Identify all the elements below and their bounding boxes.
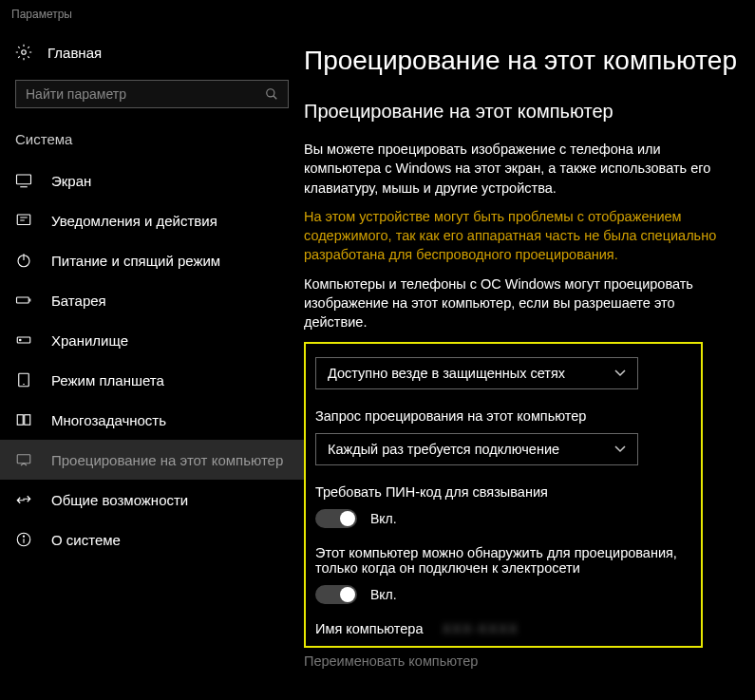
svg-line-2	[274, 96, 277, 100]
search-field[interactable]	[26, 86, 265, 102]
battery-icon	[15, 292, 34, 309]
sidebar-item-display[interactable]: Экран	[0, 161, 304, 200]
toggle-state-label: Вкл.	[370, 511, 397, 526]
svg-rect-8	[17, 297, 29, 303]
monitor-icon	[15, 172, 34, 189]
sidebar-item-storage[interactable]: Хранилище	[0, 320, 304, 360]
notifications-icon	[15, 212, 34, 229]
require-pin-toggle[interactable]	[315, 509, 357, 528]
sidebar-item-label: Экран	[51, 173, 91, 189]
tablet-icon	[15, 371, 34, 388]
projecting-icon	[15, 451, 34, 468]
window-title: Параметры	[0, 0, 755, 25]
sidebar-item-power[interactable]: Питание и спящий режим	[0, 240, 304, 280]
shared-icon	[15, 491, 34, 508]
svg-point-0	[22, 50, 27, 55]
svg-point-19	[23, 536, 24, 537]
chevron-down-icon	[614, 369, 626, 377]
settings-highlight-box: Доступно везде в защищенных сетях Запрос…	[304, 342, 703, 648]
discoverable-label: Этот компьютер можно обнаружить для прое…	[315, 545, 691, 576]
svg-rect-3	[17, 175, 31, 184]
require-pin-label: Требовать ПИН-код для связывания	[315, 484, 691, 500]
dropdown-value: Каждый раз требуется подключение	[328, 442, 559, 457]
sidebar-item-label: Хранилище	[51, 332, 128, 349]
search-icon	[265, 87, 278, 101]
warning-text: На этом устройстве могут быть проблемы с…	[304, 207, 727, 265]
multitasking-icon	[15, 411, 34, 428]
storage-icon	[15, 331, 34, 349]
pc-name-label: Имя компьютера	[315, 621, 423, 636]
svg-point-11	[20, 339, 22, 341]
page-title: Проецирование на этот компьютер	[304, 46, 746, 76]
projection-request-label: Запрос проецирования на этот компьютер	[315, 408, 691, 424]
sidebar-item-about[interactable]: О системе	[0, 520, 304, 559]
svg-point-1	[267, 89, 274, 97]
sidebar-item-label: О системе	[51, 532, 121, 548]
description-text-2: Компьютеры и телефоны с ОС Windows могут…	[304, 274, 727, 332]
sidebar-item-multitasking[interactable]: Многозадачность	[0, 400, 304, 440]
home-label: Главная	[47, 45, 102, 61]
toggle-state-label: Вкл.	[370, 587, 397, 602]
search-input[interactable]	[15, 80, 289, 108]
sidebar-item-tablet[interactable]: Режим планшета	[0, 360, 304, 400]
svg-rect-15	[25, 415, 30, 426]
page-subtitle: Проецирование на этот компьютер	[304, 101, 746, 123]
sidebar-item-label: Батарея	[51, 293, 106, 309]
gear-icon	[15, 44, 32, 61]
power-icon	[15, 252, 34, 269]
sidebar-item-label: Режим планшета	[51, 372, 164, 388]
sidebar-item-label: Многозадачность	[51, 412, 166, 428]
toggle-knob	[340, 587, 355, 602]
chevron-down-icon	[614, 445, 626, 453]
sidebar: Главная Система Экран Уведомления и дейс…	[0, 25, 304, 700]
svg-rect-16	[17, 455, 30, 464]
section-header: Система	[0, 127, 304, 161]
main-content: Проецирование на этот компьютер Проециро…	[304, 25, 755, 700]
sidebar-item-notifications[interactable]: Уведомления и действия	[0, 200, 304, 240]
sidebar-item-shared[interactable]: Общие возможности	[0, 480, 304, 520]
toggle-knob	[340, 511, 355, 526]
home-button[interactable]: Главная	[0, 36, 304, 68]
dropdown-value: Доступно везде в защищенных сетях	[328, 366, 565, 381]
availability-dropdown[interactable]: Доступно везде в защищенных сетях	[315, 357, 638, 389]
info-icon	[15, 531, 34, 548]
sidebar-item-battery[interactable]: Батарея	[0, 280, 304, 320]
projection-request-dropdown[interactable]: Каждый раз требуется подключение	[315, 433, 638, 465]
svg-rect-14	[17, 415, 23, 426]
svg-rect-5	[17, 215, 30, 225]
description-text: Вы можете проецировать изображение с тел…	[304, 140, 727, 198]
sidebar-item-label: Уведомления и действия	[51, 213, 217, 229]
sidebar-item-label: Проецирование на этот компьютер	[51, 452, 283, 468]
discoverable-toggle[interactable]	[315, 585, 357, 604]
pc-name-value: XXX-XXXX	[442, 621, 519, 636]
sidebar-item-label: Питание и спящий режим	[51, 253, 220, 269]
sidebar-item-label: Общие возможности	[51, 492, 188, 508]
sidebar-item-projecting[interactable]: Проецирование на этот компьютер	[0, 440, 304, 480]
rename-pc-link[interactable]: Переименовать компьютер	[304, 653, 746, 669]
